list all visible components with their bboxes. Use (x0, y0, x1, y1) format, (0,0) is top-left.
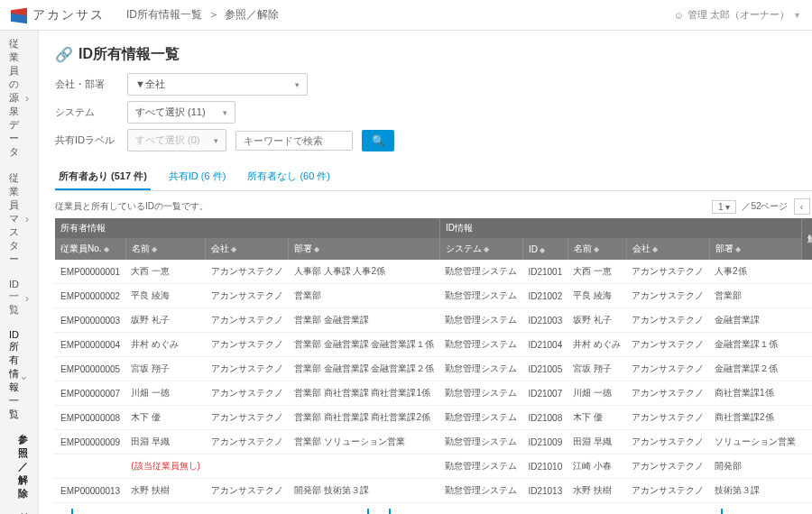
table-row: EMP00000002平良 綾海アカンサステクノ営業部勤怠管理システムID210… (55, 284, 812, 308)
filter-sys-label: システム (55, 106, 118, 119)
tab[interactable]: 所有者なし (60 件) (244, 164, 334, 190)
page-size-select[interactable]: 1 ▾ (712, 200, 736, 214)
table-row: EMP00000001大西 一恵アカンサステクノ人事部 人事課 人事2係勤怠管理… (55, 260, 812, 284)
sidebar-item[interactable]: 従業員の源泉データ› (0, 31, 38, 165)
th[interactable]: 部署◆ (289, 238, 440, 260)
data-table: 所有者情報 ID情報 解除 従業員No.◆名前◆会社◆部署◆システム◆ID◆名前… (55, 218, 812, 503)
pager: 1 ▾ ／52ページ ‹ › (712, 198, 812, 215)
table-row: EMP00000003坂野 礼子アカンサステクノ営業部 金融営業課勤怠管理システ… (55, 308, 812, 333)
bracket-left (71, 509, 369, 514)
user-menu[interactable]: ☺ 管理 太郎（オーナー） ▼ (674, 8, 801, 22)
user-name: 管理 太郎（オーナー） (687, 8, 789, 22)
chevron-down-icon: ▼ (793, 11, 801, 20)
unlink-button[interactable]: ✂ (801, 406, 812, 430)
table-row: EMP00000007川畑 一徳アカンサステクノ営業部 商社営業課 商社営業課1… (55, 381, 812, 406)
filter-org-dropdown[interactable]: ▼全社▾ (127, 73, 308, 96)
filter-shared-label: 共有IDラベル (55, 133, 118, 147)
breadcrumb: ID所有情報一覧 ＞ 参照／解除 (126, 7, 674, 23)
th[interactable]: 部署◆ (709, 238, 801, 260)
search-icon: 🔍 (372, 134, 385, 147)
filter-shared-dropdown[interactable]: すべて選択 (0)▾ (127, 129, 226, 151)
th[interactable]: 名前◆ (567, 238, 626, 260)
chevron-down-icon: ▾ (295, 80, 300, 89)
logo: アカンサス (11, 7, 126, 23)
sidebar-item[interactable]: ID一覧› (0, 272, 38, 323)
th-group-id: ID情報 (439, 218, 801, 238)
th[interactable]: 会社◆ (626, 238, 709, 260)
page-total: ／52ページ (742, 200, 788, 213)
unlink-button[interactable]: ✂ (801, 308, 812, 333)
annotation: 利用者の情報 ID の情報 (55, 509, 812, 514)
table-row: EMP00000004井村 めぐみアカンサステクノ営業部 金融営業課 金融営業課… (55, 333, 812, 357)
unlink-button[interactable]: ✂ (801, 479, 812, 503)
topbar: アカンサス ID所有情報一覧 ＞ 参照／解除 ☺ 管理 太郎（オーナー） ▼ (0, 0, 812, 31)
th[interactable]: ID◆ (522, 238, 567, 260)
table-row: (該当従業員無し)勤怠管理システムID21010江崎 小春アカンサステクノ開発部… (55, 454, 812, 479)
sidebar-item[interactable]: ID所有情報一覧⌄ (0, 323, 38, 427)
chevron-down-icon: ⌄ (19, 369, 29, 382)
unlink-button[interactable]: ✂ (801, 454, 812, 479)
page-title: 🔗 ID所有情報一覧 (55, 45, 812, 64)
bracket-right (389, 509, 723, 514)
th[interactable]: 会社◆ (206, 238, 289, 260)
logo-icon (11, 9, 27, 22)
brand-name: アカンサス (32, 7, 105, 23)
unlink-button[interactable]: ✂ (801, 333, 812, 357)
sidebar-subitem[interactable]: 参照／解除 (0, 427, 38, 506)
chevron-right-icon: › (25, 291, 29, 305)
unlink-button[interactable]: ✂ (801, 284, 812, 308)
table-row: EMP00000008木下 優アカンサステクノ営業部 商社営業課 商社営業課2係… (55, 406, 812, 430)
caret-down-icon: ▾ (223, 108, 227, 117)
sidebar: 従業員の源泉データ›従業員マスター›ID一覧›ID所有情報一覧⌄参照／解除所有情… (0, 31, 39, 514)
chevron-right-icon: › (25, 212, 29, 225)
unlink-button[interactable]: ✂ (801, 430, 812, 454)
keyword-input[interactable] (235, 131, 353, 151)
filter-org-label: 会社・部署 (55, 78, 118, 91)
search-button[interactable]: 🔍 (362, 130, 394, 151)
user-icon: ☺ (674, 10, 684, 21)
table-row: EMP00000005宮坂 翔子アカンサステクノ営業部 金融営業課 金融営業課２… (55, 357, 812, 381)
th[interactable]: システム◆ (439, 238, 522, 260)
breadcrumb-a[interactable]: ID所有情報一覧 (126, 8, 202, 21)
pager-prev-button[interactable]: ‹ (794, 198, 810, 215)
unlink-button[interactable]: ✂ (801, 381, 812, 406)
table-row: EMP00000013水野 扶樹アカンサステクノ開発部 技術第３課勤怠管理システ… (55, 479, 812, 503)
tabs: 所有者あり (517 件)共有ID (6 件)所有者なし (60 件) (55, 164, 812, 191)
th[interactable]: 名前◆ (125, 238, 206, 260)
link-icon: 🔗 (55, 46, 73, 63)
tab[interactable]: 所有者あり (517 件) (55, 164, 151, 190)
unlink-button[interactable]: ✂ (801, 260, 812, 284)
tab[interactable]: 共有ID (6 件) (165, 164, 230, 190)
main: 🔗 ID所有情報一覧 会社・部署 ▼全社▾ システム すべて選択 (11)▾ 共… (39, 31, 812, 514)
caret-down-icon: ▾ (214, 136, 218, 145)
sidebar-item[interactable]: 従業員マスター› (0, 165, 38, 272)
th[interactable]: 従業員No.◆ (55, 238, 125, 260)
unlink-button[interactable]: ✂ (801, 357, 812, 381)
th-delete: 解除 (801, 218, 812, 260)
sidebar-subitem[interactable]: 所有情報追加 (0, 506, 38, 514)
table-note: 従業員と所有しているIDの一覧です。 (55, 200, 208, 213)
th-group-owner: 所有者情報 (55, 218, 439, 238)
table-row: EMP00000009田淵 早織アカンサステクノ営業部 ソリューション営業勤怠管… (55, 430, 812, 454)
breadcrumb-b: 参照／解除 (225, 8, 279, 21)
chevron-right-icon: › (25, 91, 29, 105)
filter-sys-dropdown[interactable]: すべて選択 (11)▾ (127, 101, 235, 124)
